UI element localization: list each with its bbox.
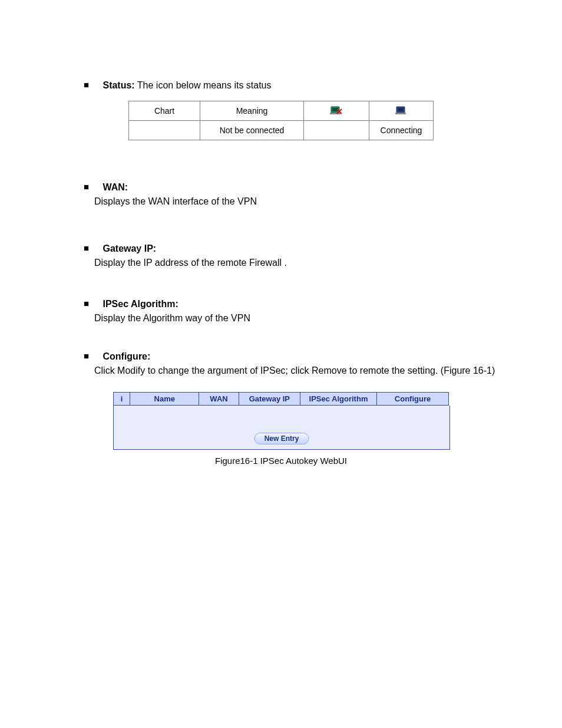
bullet-wan: ■ WAN: Displays the WAN interface of the… — [24, 180, 538, 209]
status-meaning-table: Chart Meaning — [128, 101, 434, 140]
bullet-gateway: ■ Gateway IP: Display the IP address of … — [24, 242, 538, 270]
bullet-square-icon: ■ — [84, 242, 94, 255]
wan-heading: WAN: — [103, 182, 128, 192]
cell-chart-label: Chart — [129, 101, 200, 121]
col-name-header[interactable]: Name — [130, 393, 199, 406]
bullet-square-icon: ■ — [84, 180, 94, 194]
spacer — [24, 213, 538, 231]
cell-connecting: Connecting — [369, 121, 434, 140]
ipsec-table: i Name WAN Gateway IP IPSec Algorithm Co… — [113, 392, 449, 406]
algorithm-body: Display the Algorithm way of the VPN — [94, 311, 503, 325]
status-heading: Status: — [103, 80, 134, 90]
configure-heading: Configure: — [103, 351, 150, 361]
ipsec-header-row: i Name WAN Gateway IP IPSec Algorithm Co… — [114, 393, 449, 406]
configure-body: Click Modify to change the argument of I… — [94, 364, 503, 378]
svg-rect-2 — [330, 113, 340, 114]
cell-meaning-label: Meaning — [200, 101, 304, 121]
wan-body: Displays the WAN interface of the VPN — [94, 195, 503, 209]
col-gw-header[interactable]: Gateway IP — [239, 393, 300, 406]
cell-disconnect-icon — [304, 101, 369, 121]
svg-rect-6 — [398, 108, 404, 111]
top-spacer — [24, 0, 538, 68]
status-body: The icon below means its status — [137, 80, 272, 90]
col-i-header[interactable]: i — [114, 393, 130, 406]
bullet-square-icon: ■ — [84, 297, 94, 311]
computer-disconnect-icon — [330, 106, 343, 115]
col-conf-header[interactable]: Configure — [377, 393, 449, 406]
spacer — [24, 146, 538, 170]
ipsec-autokey-screenshot: i Name WAN Gateway IP IPSec Algorithm Co… — [113, 392, 449, 450]
col-wan-header[interactable]: WAN — [199, 393, 239, 406]
bullet-square-icon: ■ — [84, 350, 94, 363]
spacer — [24, 275, 538, 286]
bullet-configure: ■ Configure: Click Modify to change the … — [24, 350, 538, 378]
table-row: Chart Meaning — [129, 101, 434, 121]
cell — [304, 121, 369, 140]
table-row: Not be connected Connecting — [129, 121, 434, 140]
gateway-body: Display the IP address of the remote Fir… — [94, 256, 503, 270]
bullet-status: ■ Status: The icon below means its statu… — [24, 78, 538, 93]
spacer — [24, 330, 538, 339]
computer-connect-icon — [395, 106, 407, 115]
figure-caption: Figure16-1 IPSec Autokey WebUI — [24, 456, 538, 466]
col-alg-header[interactable]: IPSec Algorithm — [300, 393, 376, 406]
cell — [129, 121, 200, 140]
gateway-heading: Gateway IP: — [103, 243, 156, 253]
svg-rect-7 — [395, 113, 406, 114]
cell-connect-icon — [369, 101, 434, 121]
cell-not-connected: Not be connected — [200, 121, 304, 140]
new-entry-button[interactable]: New Entry — [254, 433, 309, 444]
ipsec-table-body: New Entry — [113, 406, 450, 450]
document-page: ■ Status: The icon below means its statu… — [0, 0, 562, 728]
bullet-square-icon: ■ — [84, 78, 94, 92]
algorithm-heading: IPSec Algorithm: — [103, 299, 178, 309]
bullet-algorithm: ■ IPSec Algorithm: Display the Algorithm… — [24, 297, 538, 325]
